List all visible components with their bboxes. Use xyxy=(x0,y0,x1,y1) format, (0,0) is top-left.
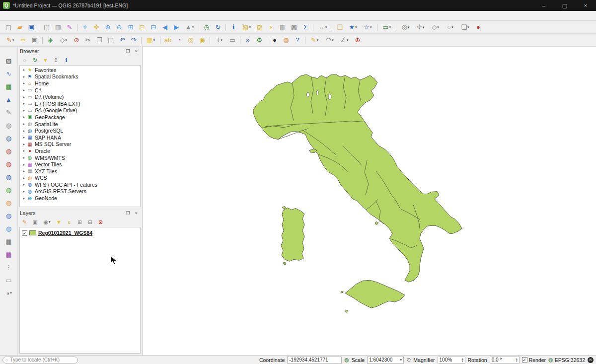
save-layer-edits-button[interactable]: ▣▾ xyxy=(29,35,40,46)
browser-item-geonode[interactable]: ▸ ❋ GeoNode xyxy=(20,195,140,202)
redo-button[interactable]: ↷▾ xyxy=(128,35,139,46)
rotation-spinbox[interactable]: 0,0 ° ▴▾ xyxy=(490,357,520,364)
select-by-expression-button[interactable]: ε▾ xyxy=(266,22,277,33)
extents-toggle-icon[interactable]: ◍ xyxy=(344,357,349,363)
browser-refresh-button[interactable]: ↻▾ xyxy=(30,56,40,65)
sant-antioco-island[interactable] xyxy=(283,262,286,265)
expand-arrow-icon[interactable]: ▸ xyxy=(21,129,26,133)
add-wfs-layer-button[interactable]: ◍▾ xyxy=(3,210,15,221)
ischia-island[interactable] xyxy=(375,221,378,224)
add-spatialite-layer-button[interactable]: ◍▾ xyxy=(3,119,15,131)
coordinate-input[interactable]: -192934,4521771 xyxy=(287,357,342,364)
expand-arrow-icon[interactable]: ▸ xyxy=(21,135,26,140)
vertex-tool-button[interactable]: ◇▾ xyxy=(56,35,71,46)
add-mesh-layer-button[interactable]: ▲▾ xyxy=(3,93,15,105)
data-source-manager-button[interactable]: ▧▾ xyxy=(3,55,15,67)
crs-status-button[interactable]: ◍ EPSG:32632 xyxy=(548,357,585,363)
expand-arrow-icon[interactable]: ▸ xyxy=(21,162,26,167)
sardinia[interactable] xyxy=(281,208,304,261)
metasearch-button[interactable]: ◍▾ xyxy=(281,35,292,46)
browser-properties-button[interactable]: ℹ▾ xyxy=(62,56,71,65)
add-vector-tile-layer-button[interactable]: ▦▾ xyxy=(3,248,15,260)
remove-layer-button[interactable]: ⊠▾ xyxy=(96,218,105,226)
browser-item-oracle[interactable]: ▸ ● Oracle xyxy=(20,147,140,154)
menu-item[interactable] xyxy=(37,15,44,17)
add-hana-layer-button[interactable]: ◍▾ xyxy=(3,171,15,183)
cut-features-button[interactable]: ✂▾ xyxy=(82,35,93,46)
annotation-dropdown[interactable]: ❏▾ xyxy=(458,22,472,33)
layer-item-reg01012021[interactable]: ✓ Reg01012021_WGS84 xyxy=(20,228,140,237)
regular-shape-dropdown[interactable]: ○▾ xyxy=(443,22,457,33)
add-oracle-layer-button[interactable]: ◍▾ xyxy=(3,158,15,170)
expand-arrow-icon[interactable]: ▸ xyxy=(21,169,26,173)
copy-features-button[interactable]: ❐▾ xyxy=(94,35,105,46)
pan-map-button[interactable]: ✛▾ xyxy=(79,22,90,33)
zoom-next-button[interactable]: ▶▾ xyxy=(171,22,182,33)
expand-arrow-icon[interactable]: ▸ xyxy=(21,122,26,126)
python-console-button[interactable]: »▾ xyxy=(242,35,253,46)
browser-item-ms-sql-server[interactable]: ▸ ▦ MS SQL Server xyxy=(20,141,140,148)
browser-item-sap-hana[interactable]: ▸ ▦ SAP HANA xyxy=(20,134,140,141)
layers-close-button[interactable]: × xyxy=(133,210,140,216)
browser-item-postgresql[interactable]: ▸ ◍ PostgreSQL xyxy=(20,127,140,134)
zoom-out-button[interactable]: ⊖▾ xyxy=(114,22,125,33)
browser-item-spatial-bookmarks[interactable]: ▸ ⚑ Spatial Bookmarks xyxy=(20,73,140,80)
browser-item-wcs[interactable]: ▸ ◍ WCS xyxy=(20,175,140,182)
refresh-map-button[interactable]: ↻▾ xyxy=(213,22,224,33)
map-canvas[interactable] xyxy=(143,47,596,355)
menu-item[interactable] xyxy=(44,15,51,17)
pantelleria-island[interactable] xyxy=(345,310,348,312)
field-calculator-button[interactable]: ▩▾ xyxy=(289,22,299,33)
menu-item[interactable] xyxy=(51,15,58,17)
minimize-button[interactable]: – xyxy=(533,0,554,11)
layout-manager-button[interactable]: ▥▾ xyxy=(53,22,64,33)
add-mssql-layer-button[interactable]: ◍▾ xyxy=(3,145,15,157)
add-delimited-text-button[interactable]: ✎▾ xyxy=(3,106,15,118)
browser-item-wms-wmts[interactable]: ▸ ◍ WMS/WMTS xyxy=(20,154,140,161)
pan-to-selection-button[interactable]: ✜▾ xyxy=(91,22,102,33)
browser-item-arcgis-rest[interactable]: ▸ ◍ ArcGIS REST Servers xyxy=(20,188,140,195)
menu-item[interactable] xyxy=(65,15,72,17)
layer-diagram-button[interactable]: ◔▾ xyxy=(174,35,185,46)
layer-checkbox[interactable]: ✓ xyxy=(22,230,27,236)
new-map-view-button[interactable]: ▭▾ xyxy=(379,22,394,33)
browser-item-drive-g[interactable]: ▸ ▭ G:\ (Google Drive) xyxy=(20,107,140,114)
expand-arrow-icon[interactable]: ▸ xyxy=(21,81,26,85)
shape-digitizing-dropdown[interactable]: ◠▾ xyxy=(322,35,337,46)
manage-map-themes-button[interactable]: ◉▾ xyxy=(41,218,53,226)
expand-arrow-icon[interactable]: ▸ xyxy=(21,155,26,160)
processing-toolbox-button[interactable]: ⚙▾ xyxy=(254,35,265,46)
new-project-button[interactable]: ▢▾ xyxy=(3,22,14,33)
add-raster-layer-button[interactable]: ▦▾ xyxy=(3,80,15,92)
add-point-cloud-layer-button[interactable]: ⋮▾ xyxy=(3,261,15,273)
close-button[interactable]: × xyxy=(575,0,596,11)
add-arcgis-layer-button[interactable]: ◍▾ xyxy=(3,222,15,234)
zoom-full-button[interactable]: ⊞▾ xyxy=(125,22,136,33)
browser-float-button[interactable]: ❐ xyxy=(124,48,132,54)
undo-button[interactable]: ↶▾ xyxy=(117,35,128,46)
zoom-to-layer-button[interactable]: ⊟▾ xyxy=(148,22,159,33)
deselect-features-button[interactable]: ▨▾ xyxy=(254,22,265,33)
add-feature-button[interactable]: ◈▾ xyxy=(45,35,56,46)
menu-item[interactable] xyxy=(16,15,23,17)
browser-filter-button[interactable]: ▼▾ xyxy=(41,56,50,65)
spin-arrows-icon[interactable]: ▴▾ xyxy=(516,358,518,363)
expand-arrow-icon[interactable]: ▸ xyxy=(21,115,26,119)
lock-scale-icon[interactable]: ⊙ xyxy=(406,357,411,363)
expand-arrow-icon[interactable]: ▸ xyxy=(21,88,26,92)
menu-item[interactable] xyxy=(58,15,65,17)
delete-selected-button[interactable]: ⊘▾ xyxy=(71,35,82,46)
highlight-labels-button[interactable]: ◉▾ xyxy=(197,35,208,46)
magnifier-spinbox[interactable]: 100% ▴▾ xyxy=(438,357,465,364)
menu-item[interactable] xyxy=(85,15,92,17)
add-vector-layer-button[interactable]: ∿▾ xyxy=(3,68,15,79)
browser-item-vector-tiles[interactable]: ▸ ▦ Vector Tiles xyxy=(20,161,140,168)
asinara-island[interactable] xyxy=(282,206,286,209)
toggle-editing-button[interactable]: ✏▾ xyxy=(18,35,29,46)
render-checkbox[interactable]: ✓ xyxy=(522,357,527,363)
expand-arrow-icon[interactable]: ▸ xyxy=(21,196,26,201)
zoom-in-button[interactable]: ⊕▾ xyxy=(102,22,113,33)
save-project-button[interactable]: ▣▾ xyxy=(26,22,37,33)
new-spatial-bookmark-button[interactable]: ★▾ xyxy=(346,22,360,33)
egadi-island[interactable] xyxy=(341,291,343,293)
